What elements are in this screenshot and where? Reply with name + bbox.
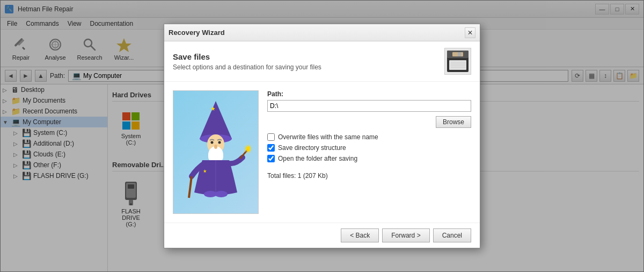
- svg-point-39: [218, 141, 221, 144]
- svg-point-40: [214, 145, 217, 149]
- dialog-title: Recovery Wizard: [169, 28, 225, 37]
- svg-marker-31: [200, 101, 232, 139]
- overwrite-checkbox-item[interactable]: Overwrite files with the same name: [267, 133, 471, 141]
- total-files: Total files: 1 (207 Kb): [267, 172, 471, 180]
- dialog-header-left: Save files Select options and a destinat…: [173, 52, 321, 71]
- floppy-disk-icon: [444, 48, 471, 75]
- dialog-body: Path: Browse Overwrite files with the sa…: [164, 82, 480, 223]
- recovery-wizard-dialog: Recovery Wizard ✕ Save files Select opti…: [164, 24, 480, 248]
- path-row: [267, 100, 471, 112]
- cancel-button[interactable]: Cancel: [433, 228, 471, 242]
- dialog-header-subtitle: Select options and a destination for sav…: [173, 63, 321, 71]
- save-dir-checkbox-item[interactable]: Save directory structure: [267, 144, 471, 152]
- path-label: Path:: [267, 90, 471, 98]
- back-button[interactable]: < Back: [341, 228, 379, 242]
- dialog-footer: < Back Forward > Cancel: [164, 223, 480, 248]
- svg-point-38: [211, 141, 214, 144]
- checkbox-group: Overwrite files with the same name Save …: [267, 133, 471, 162]
- browse-button[interactable]: Browse: [436, 116, 471, 128]
- path-input[interactable]: [267, 100, 471, 112]
- overwrite-checkbox[interactable]: [267, 133, 275, 141]
- open-folder-label: Open the folder after saving: [278, 155, 357, 162]
- path-form-group: Path: Browse: [267, 90, 471, 128]
- overwrite-label: Overwrite files with the same name: [278, 133, 378, 141]
- dialog-overlay: Recovery Wizard ✕ Save files Select opti…: [0, 0, 644, 272]
- save-dir-label: Save directory structure: [278, 144, 346, 152]
- forward-button[interactable]: Forward >: [382, 228, 429, 242]
- wizard-illustration: [173, 90, 259, 214]
- footer-buttons: < Back Forward > Cancel: [341, 228, 471, 242]
- svg-point-47: [215, 191, 228, 197]
- dialog-form: Path: Browse Overwrite files with the sa…: [267, 90, 471, 214]
- dialog-header-title: Save files: [173, 52, 321, 61]
- svg-line-45: [189, 176, 192, 198]
- save-dir-checkbox[interactable]: [267, 144, 275, 152]
- svg-rect-26: [458, 52, 461, 56]
- dialog-titlebar: Recovery Wizard ✕: [164, 24, 480, 41]
- dialog-close-button[interactable]: ✕: [465, 27, 475, 38]
- open-folder-checkbox[interactable]: [267, 155, 275, 162]
- open-folder-checkbox-item[interactable]: Open the folder after saving: [267, 155, 471, 162]
- dialog-header: Save files Select options and a destinat…: [164, 41, 480, 82]
